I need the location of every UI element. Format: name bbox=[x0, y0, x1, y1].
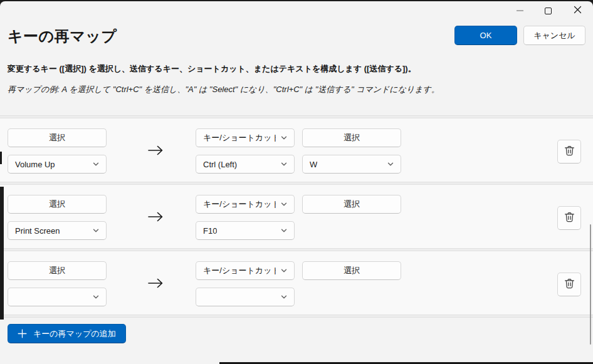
chevron-down-icon bbox=[280, 293, 288, 301]
example-text: 再マップの例: A を選択して "Ctrl+C" を送信し、"A" は "Sel… bbox=[8, 84, 439, 95]
trash-icon bbox=[564, 211, 575, 226]
send-type-dropdown[interactable]: キー/ショートカットの送信 bbox=[196, 128, 295, 147]
dropdown-value: キー/ショートカットの送信 bbox=[203, 132, 276, 143]
delete-row-button[interactable] bbox=[557, 140, 581, 164]
select-target-key-button[interactable]: 選択 bbox=[302, 261, 401, 280]
dropdown-value: キー/ショートカットの送信 bbox=[203, 199, 276, 210]
page-title: キーの再マップ bbox=[8, 26, 117, 46]
send-type-dropdown[interactable]: キー/ショートカットの送信 bbox=[196, 261, 295, 280]
dialog-footer: キーの再マップの追加 bbox=[0, 318, 593, 359]
dropdown-value: Volume Up bbox=[15, 160, 55, 169]
remap-row: 選択 Print Screen キー/ショートカットの送信 F10 選択 bbox=[0, 185, 593, 248]
backdrop-strip-left bbox=[0, 187, 4, 320]
trash-icon bbox=[564, 145, 575, 159]
select-target-key-button[interactable]: 選択 bbox=[302, 128, 401, 147]
chevron-down-icon bbox=[92, 293, 100, 301]
ok-button[interactable]: OK bbox=[454, 26, 517, 45]
select-target-key-button[interactable]: 選択 bbox=[302, 195, 401, 214]
delete-row-button[interactable] bbox=[557, 273, 581, 296]
chevron-down-icon bbox=[280, 227, 288, 234]
remap-rows-list: 選択 Volume Up キー/ショートカットの送信 Ctrl (Left) 選… bbox=[0, 115, 593, 359]
chevron-down-icon bbox=[280, 160, 288, 168]
close-button[interactable] bbox=[569, 4, 585, 18]
select-source-key-button[interactable]: 選択 bbox=[8, 128, 107, 147]
chevron-down-icon bbox=[387, 160, 394, 168]
cancel-button[interactable]: キャンセル bbox=[523, 26, 585, 45]
target-key-dropdown[interactable]: W bbox=[302, 155, 401, 174]
close-icon bbox=[574, 5, 582, 16]
remap-row: 選択 Volume Up キー/ショートカットの送信 Ctrl (Left) 選… bbox=[0, 118, 593, 182]
minimize-button[interactable] bbox=[512, 4, 528, 18]
chevron-down-icon bbox=[92, 227, 100, 234]
chevron-down-icon bbox=[280, 134, 288, 142]
remap-keys-dialog: キーの再マップ OK キャンセル 変更するキー ([選択]) を選択し、送信する… bbox=[0, 1, 593, 364]
source-key-dropdown[interactable]: Volume Up bbox=[8, 155, 107, 174]
source-key-dropdown[interactable] bbox=[8, 288, 107, 306]
sent-key-dropdown[interactable]: F10 bbox=[196, 221, 295, 240]
dropdown-value: Ctrl (Left) bbox=[203, 160, 237, 169]
arrow-right-icon bbox=[143, 278, 168, 289]
sent-key-dropdown[interactable] bbox=[196, 288, 295, 306]
select-source-key-button[interactable]: 選択 bbox=[8, 261, 107, 280]
maximize-button[interactable] bbox=[540, 4, 556, 18]
chevron-down-icon bbox=[92, 160, 100, 168]
arrow-right-icon bbox=[143, 145, 168, 156]
sent-key-dropdown[interactable]: Ctrl (Left) bbox=[196, 155, 295, 174]
dropdown-value: F10 bbox=[203, 226, 217, 236]
description-text: 変更するキー ([選択]) を選択し、送信するキー、ショートカット、またはテキス… bbox=[8, 63, 416, 75]
vertical-scrollbar[interactable] bbox=[590, 224, 591, 345]
dropdown-value: キー/ショートカットの送信 bbox=[203, 265, 276, 276]
maximize-icon bbox=[545, 8, 552, 14]
chevron-down-icon bbox=[280, 200, 288, 208]
plus-icon bbox=[18, 329, 27, 338]
delete-row-button[interactable] bbox=[557, 206, 581, 230]
chevron-down-icon bbox=[280, 267, 288, 274]
select-source-key-button[interactable]: 選択 bbox=[8, 195, 107, 214]
add-remapping-label: キーの再マップの追加 bbox=[33, 328, 116, 340]
dropdown-value: Print Screen bbox=[15, 226, 60, 236]
trash-icon bbox=[564, 278, 575, 292]
dropdown-value: W bbox=[310, 160, 317, 169]
send-type-dropdown[interactable]: キー/ショートカットの送信 bbox=[196, 195, 295, 214]
remap-row: 選択 キー/ショートカットの送信 選択 bbox=[0, 251, 593, 315]
minimize-icon bbox=[517, 10, 523, 11]
backdrop-grip-marks bbox=[0, 152, 2, 164]
add-remapping-button[interactable]: キーの再マップの追加 bbox=[8, 324, 126, 343]
arrow-right-icon bbox=[143, 211, 168, 222]
source-key-dropdown[interactable]: Print Screen bbox=[8, 221, 107, 240]
